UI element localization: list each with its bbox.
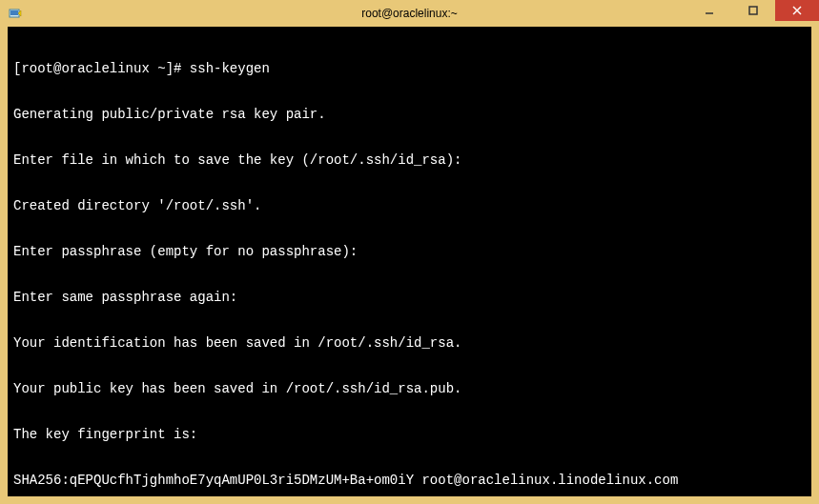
maximize-button[interactable] xyxy=(731,0,775,21)
window-title: root@oraclelinux:~ xyxy=(361,7,458,20)
svg-rect-3 xyxy=(749,7,757,14)
close-button[interactable] xyxy=(775,0,819,21)
window-controls xyxy=(687,0,819,21)
svg-rect-1 xyxy=(10,10,18,15)
titlebar[interactable]: root@oraclelinux:~ xyxy=(0,0,819,27)
terminal-line: Generating public/private rsa key pair. xyxy=(13,107,806,122)
terminal-line: Enter passphrase (empty for no passphras… xyxy=(13,244,806,259)
terminal-line: Your public key has been saved in /root/… xyxy=(13,381,806,396)
terminal-line: Created directory '/root/.ssh'. xyxy=(13,198,806,213)
minimize-button[interactable] xyxy=(687,0,731,21)
terminal-line: Enter same passphrase again: xyxy=(13,290,806,305)
terminal-line: The key fingerprint is: xyxy=(13,427,806,442)
terminal-line: SHA256:qEPQUcfhTjghmhoE7yqAmUP0L3ri5DMzU… xyxy=(13,473,806,488)
terminal-line: [root@oraclelinux ~]# ssh-keygen xyxy=(13,61,806,76)
terminal[interactable]: [root@oraclelinux ~]# ssh-keygen Generat… xyxy=(8,27,811,496)
terminal-line: Your identification has been saved in /r… xyxy=(13,335,806,351)
putty-icon xyxy=(8,6,23,21)
terminal-line: Enter file in which to save the key (/ro… xyxy=(13,152,806,168)
